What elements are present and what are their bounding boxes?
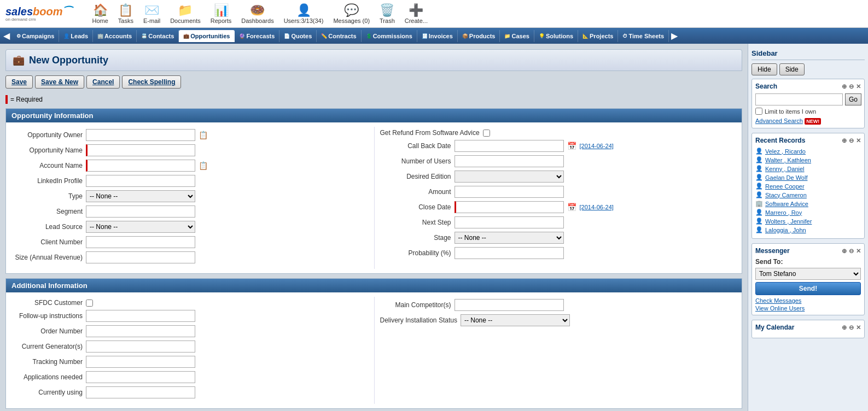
messenger-icon-1[interactable]: ⊕ bbox=[842, 248, 847, 255]
nav-tasks[interactable]: 📋 Tasks bbox=[118, 3, 133, 24]
select-delivery-status[interactable]: -- None -- bbox=[461, 314, 570, 326]
date-link-callback[interactable]: [2014-06-24] bbox=[580, 143, 614, 149]
nav-cases[interactable]: 📁 Cases bbox=[500, 30, 534, 42]
record-link-6[interactable]: Software Advice bbox=[765, 201, 808, 207]
input-probability[interactable] bbox=[455, 247, 564, 259]
record-item-0[interactable]: 👤 Velez , Ricardo bbox=[755, 148, 861, 155]
input-client-number[interactable] bbox=[86, 236, 195, 248]
record-link-8[interactable]: Wolters , Jennifer bbox=[765, 218, 812, 225]
search-input[interactable] bbox=[755, 93, 843, 105]
input-opportunity-name[interactable] bbox=[86, 144, 195, 156]
calendar-icon-callback[interactable]: 📅 bbox=[567, 142, 576, 150]
cancel-button[interactable]: Cancel bbox=[86, 75, 120, 89]
nav-email[interactable]: ✉️ E-mail bbox=[143, 3, 160, 24]
nav-users[interactable]: 👤 Users:3/13(34) bbox=[284, 3, 324, 24]
input-tracking-number[interactable] bbox=[86, 356, 195, 368]
nav-home[interactable]: 🏠 Home bbox=[92, 3, 108, 24]
input-currently-using[interactable] bbox=[86, 386, 195, 398]
input-segment[interactable] bbox=[86, 206, 195, 218]
nav-projects[interactable]: 📐 Projects bbox=[578, 30, 618, 42]
record-link-0[interactable]: Velez , Ricardo bbox=[765, 148, 806, 155]
messenger-icon-2[interactable]: ⊖ bbox=[849, 248, 854, 255]
nav-left-arrow[interactable]: ◀ bbox=[1, 28, 12, 44]
input-applications-needed[interactable] bbox=[86, 371, 195, 383]
select-lead-source[interactable]: -- None -- bbox=[86, 221, 195, 233]
select-desired-edition[interactable] bbox=[455, 171, 564, 183]
record-link-7[interactable]: Marrero , Roy bbox=[765, 209, 802, 216]
limit-checkbox[interactable] bbox=[755, 108, 762, 115]
side-button[interactable]: Side bbox=[779, 63, 805, 75]
input-main-competitors[interactable] bbox=[455, 299, 564, 311]
record-item-3[interactable]: 👤 Gaelan De Wolf bbox=[755, 174, 861, 181]
messenger-close-icon[interactable]: ✕ bbox=[856, 248, 861, 255]
lookup-icon-owner[interactable]: 📋 bbox=[199, 131, 208, 139]
record-link-4[interactable]: Renee Cooper bbox=[765, 183, 805, 190]
select-type[interactable]: -- None -- bbox=[86, 190, 195, 202]
rr-icon-1[interactable]: ⊕ bbox=[842, 137, 847, 144]
nav-campaigns[interactable]: ⚙ Campaigns bbox=[12, 30, 59, 42]
search-close-icon[interactable]: ✕ bbox=[856, 83, 861, 90]
input-followup[interactable] bbox=[86, 310, 195, 322]
nav-invoices[interactable]: 🧾 Invoices bbox=[417, 30, 458, 42]
record-link-1[interactable]: Walter , Kathleen bbox=[765, 157, 811, 163]
input-account-name[interactable] bbox=[86, 160, 195, 172]
record-link-9[interactable]: Laloggia , John bbox=[765, 227, 806, 233]
nav-opportunities[interactable]: 💼 Opportunities bbox=[179, 30, 235, 42]
input-linkedin[interactable] bbox=[86, 175, 195, 187]
calendar-icon-collapse[interactable]: ⊖ bbox=[849, 324, 854, 331]
record-link-5[interactable]: Stacy Cameron bbox=[765, 192, 807, 198]
nav-create[interactable]: ➕ Create... bbox=[405, 3, 428, 24]
check-messages-link[interactable]: Check Messages bbox=[755, 297, 861, 304]
nav-products[interactable]: 📦 Products bbox=[458, 30, 500, 42]
record-item-4[interactable]: 👤 Renee Cooper bbox=[755, 183, 861, 190]
send-button[interactable]: Send! bbox=[755, 282, 861, 295]
record-item-6[interactable]: 🏢 Software Advice bbox=[755, 200, 861, 207]
search-icon-1[interactable]: ⊕ bbox=[842, 83, 847, 90]
record-link-2[interactable]: Kenny , Daniel bbox=[765, 166, 805, 172]
nav-contracts[interactable]: ✏️ Contracts bbox=[317, 30, 361, 42]
record-item-8[interactable]: 👤 Wolters , Jennifer bbox=[755, 218, 861, 225]
input-opportunity-owner[interactable] bbox=[86, 129, 195, 141]
nav-accounts[interactable]: 🏢 Accounts bbox=[93, 30, 137, 42]
nav-messages[interactable]: 💬 Messages (0) bbox=[333, 3, 370, 24]
nav-commissions[interactable]: 💲 Commissions bbox=[362, 30, 417, 42]
hide-button[interactable]: Hide bbox=[752, 63, 777, 75]
search-go-button[interactable]: Go bbox=[845, 93, 861, 105]
save-new-button[interactable]: Save & New bbox=[35, 75, 84, 89]
calendar-close-icon[interactable]: ✕ bbox=[856, 324, 861, 331]
rr-icon-2[interactable]: ⊖ bbox=[849, 137, 854, 144]
nav-contacts[interactable]: 📇 Contacts bbox=[137, 30, 179, 42]
calendar-icon-close[interactable]: 📅 bbox=[567, 203, 576, 212]
advanced-search-link[interactable]: Advanced Search bbox=[755, 118, 803, 124]
checkbox-get-refund[interactable] bbox=[483, 130, 490, 137]
view-online-link[interactable]: View Online Users bbox=[755, 305, 861, 312]
nav-timesheets[interactable]: ⏱ Time Sheets bbox=[618, 30, 669, 42]
check-spelling-button[interactable]: Check Spelling bbox=[122, 75, 181, 89]
record-item-1[interactable]: 👤 Walter , Kathleen bbox=[755, 156, 861, 163]
nav-solutions[interactable]: 💡 Solutions bbox=[534, 30, 578, 42]
input-order-number[interactable] bbox=[86, 325, 195, 337]
record-item-7[interactable]: 👤 Marrero , Roy bbox=[755, 209, 861, 216]
input-close-date[interactable] bbox=[455, 201, 564, 213]
input-call-back-date[interactable] bbox=[455, 140, 564, 152]
date-link-close[interactable]: [2014-06-24] bbox=[580, 204, 614, 210]
input-current-generator[interactable] bbox=[86, 340, 195, 353]
nav-dashboards[interactable]: 🍩 Dashboards bbox=[241, 3, 273, 24]
record-link-3[interactable]: Gaelan De Wolf bbox=[765, 174, 807, 181]
nav-quotes[interactable]: 📄 Quotes bbox=[279, 30, 317, 42]
input-num-users[interactable] bbox=[455, 155, 564, 167]
select-stage[interactable]: -- None -- bbox=[455, 232, 564, 244]
record-item-9[interactable]: 👤 Laloggia , John bbox=[755, 226, 861, 233]
input-next-step[interactable] bbox=[455, 216, 564, 228]
checkbox-sfdc[interactable] bbox=[86, 300, 93, 307]
rr-close-icon[interactable]: ✕ bbox=[856, 137, 861, 144]
input-amount[interactable] bbox=[455, 186, 564, 198]
lookup-icon-account[interactable]: 📋 bbox=[199, 161, 208, 170]
nav-leads[interactable]: 👤 Leads bbox=[59, 30, 93, 42]
send-to-select[interactable]: Tom Stefano bbox=[755, 268, 861, 280]
save-button[interactable]: Save bbox=[5, 75, 33, 89]
search-icon-2[interactable]: ⊖ bbox=[849, 83, 854, 90]
nav-trash[interactable]: 🗑️ Trash bbox=[380, 3, 395, 24]
record-item-5[interactable]: 👤 Stacy Cameron bbox=[755, 191, 861, 198]
input-size[interactable] bbox=[86, 251, 195, 263]
